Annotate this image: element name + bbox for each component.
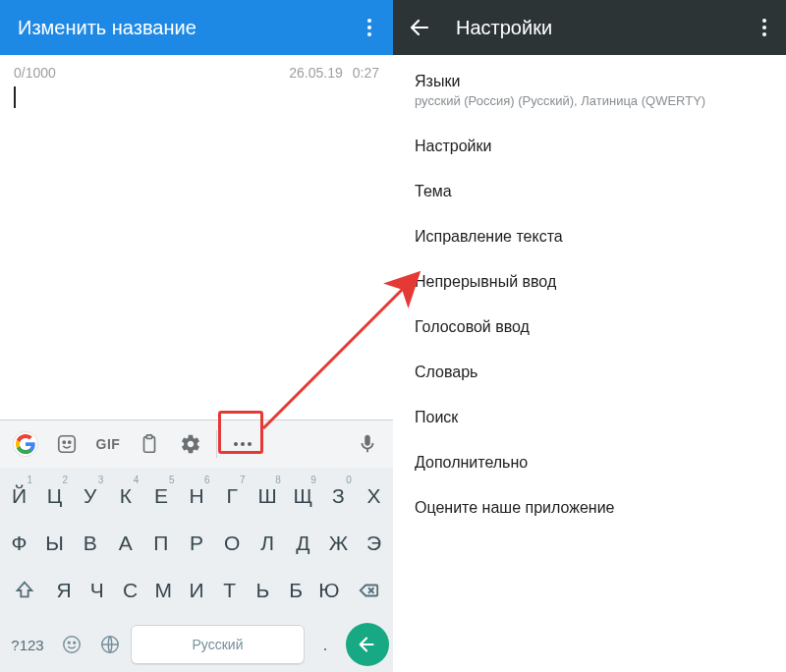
text-cursor: [14, 86, 16, 108]
time-label: 0:27: [353, 65, 379, 81]
key-Р[interactable]: Р: [179, 521, 213, 566]
key-М[interactable]: М: [147, 568, 180, 613]
settings-item-label: Поиск: [415, 409, 764, 426]
backspace-key[interactable]: [346, 568, 391, 613]
settings-item-label: Настройки: [415, 138, 764, 155]
clipboard-icon[interactable]: [130, 424, 169, 464]
svg-point-6: [68, 642, 70, 644]
svg-point-5: [64, 637, 81, 653]
on-screen-keyboard: GIF Й1Ц2У3К4Е5Н6Г7Ш8Щ9З0Х: [0, 420, 393, 672]
settings-item-3[interactable]: Исправление текста: [393, 214, 786, 259]
toolbar-divider: [216, 430, 217, 458]
key-Ы[interactable]: Ы: [37, 521, 72, 566]
key-Б[interactable]: Б: [280, 568, 312, 613]
settings-item-label: Оцените наше приложение: [415, 499, 764, 517]
enter-key[interactable]: [346, 623, 389, 666]
settings-item-secondary: русский (Россия) (Русский), Латиница (QW…: [415, 93, 764, 110]
appbar-title: Изменить название: [18, 17, 196, 39]
svg-rect-0: [59, 436, 76, 453]
appbar: Изменить название: [0, 0, 393, 55]
keyboard-rows: Й1Ц2У3К4Е5Н6Г7Ш8Щ9З0Х ФЫВАПРОЛДЖЭ ЯЧСМИТ…: [0, 468, 393, 621]
svg-point-1: [63, 441, 65, 443]
key-Щ[interactable]: Щ9: [286, 474, 320, 519]
key-Г[interactable]: Г7: [215, 474, 250, 519]
key-Х[interactable]: Х: [357, 474, 391, 519]
settings-item-7[interactable]: Поиск: [393, 395, 786, 440]
spacebar[interactable]: Русский: [131, 625, 305, 664]
key-Д[interactable]: Д: [286, 521, 320, 566]
date-label: 26.05.19: [289, 65, 343, 81]
sticker-icon[interactable]: [47, 424, 86, 464]
key-З[interactable]: З0: [321, 474, 356, 519]
toolbar-more-icon[interactable]: [223, 424, 262, 464]
key-Н[interactable]: Н6: [179, 474, 213, 519]
google-icon[interactable]: [6, 424, 45, 464]
key-Л[interactable]: Л: [251, 521, 285, 566]
key-Ш[interactable]: Ш8: [251, 474, 285, 519]
settings-item-label: Дополнительно: [415, 454, 764, 472]
settings-item-4[interactable]: Непрерывный ввод: [393, 259, 786, 305]
key-С[interactable]: С: [114, 568, 146, 613]
editor-screen: Изменить название 0/1000 26.05.19 0:27: [0, 0, 393, 672]
more-icon[interactable]: [753, 16, 776, 39]
key-Ж[interactable]: Ж: [321, 521, 356, 566]
appbar: Настройки: [393, 0, 786, 55]
key-Ф[interactable]: Ф: [2, 521, 36, 566]
gif-button[interactable]: GIF: [88, 424, 128, 464]
settings-item-label: Непрерывный ввод: [415, 273, 764, 291]
keyboard-toolbar: GIF: [0, 420, 393, 468]
key-У[interactable]: У3: [73, 474, 107, 519]
settings-item-2[interactable]: Тема: [393, 169, 786, 214]
key-Ц[interactable]: Ц2: [37, 474, 72, 519]
svg-point-2: [69, 441, 71, 443]
appbar-title: Настройки: [456, 17, 735, 39]
settings-item-1[interactable]: Настройки: [393, 124, 786, 169]
settings-item-label: Голосовой ввод: [415, 318, 764, 336]
settings-item-label: Тема: [415, 183, 764, 200]
settings-list: Языкирусский (Россия) (Русский), Латиниц…: [393, 55, 786, 534]
key-В[interactable]: В: [73, 521, 107, 566]
key-Й[interactable]: Й1: [2, 474, 36, 519]
key-Ю[interactable]: Ю: [313, 568, 346, 613]
settings-item-6[interactable]: Словарь: [393, 350, 786, 395]
settings-item-label: Языки: [415, 73, 764, 90]
settings-item-9[interactable]: Оцените наше приложение: [393, 485, 786, 531]
gear-icon[interactable]: [171, 424, 210, 464]
key-Я[interactable]: Я: [48, 568, 81, 613]
settings-screen: Настройки Языкирусский (Россия) (Русский…: [393, 0, 786, 672]
settings-item-0[interactable]: Языкирусский (Россия) (Русский), Латиниц…: [393, 59, 786, 124]
more-icon[interactable]: [358, 16, 381, 39]
key-А[interactable]: А: [108, 521, 142, 566]
key-Т[interactable]: Т: [213, 568, 246, 613]
settings-item-label: Словарь: [415, 364, 764, 381]
settings-item-label: Исправление текста: [415, 228, 764, 246]
editor-textarea[interactable]: [0, 83, 393, 112]
key-Е[interactable]: Е5: [143, 474, 178, 519]
emoji-key[interactable]: [54, 623, 89, 666]
key-К[interactable]: К4: [108, 474, 142, 519]
back-icon[interactable]: [401, 9, 438, 46]
svg-point-7: [74, 642, 76, 644]
key-О[interactable]: О: [215, 521, 250, 566]
svg-rect-4: [146, 435, 152, 439]
period-key[interactable]: .: [308, 623, 343, 666]
keyboard-bottom-row: ?123 Русский .: [0, 621, 393, 672]
mic-icon[interactable]: [348, 424, 387, 464]
key-Э[interactable]: Э: [357, 521, 391, 566]
char-counter: 0/1000: [14, 65, 56, 81]
key-И[interactable]: И: [181, 568, 213, 613]
key-Ч[interactable]: Ч: [81, 568, 113, 613]
key-П[interactable]: П: [143, 521, 178, 566]
shift-key[interactable]: [2, 568, 47, 613]
settings-item-5[interactable]: Голосовой ввод: [393, 305, 786, 350]
symbols-key[interactable]: ?123: [4, 623, 51, 666]
language-key[interactable]: [92, 623, 128, 666]
key-Ь[interactable]: Ь: [247, 568, 279, 613]
editor-meta: 0/1000 26.05.19 0:27: [0, 55, 393, 83]
settings-item-8[interactable]: Дополнительно: [393, 440, 786, 485]
